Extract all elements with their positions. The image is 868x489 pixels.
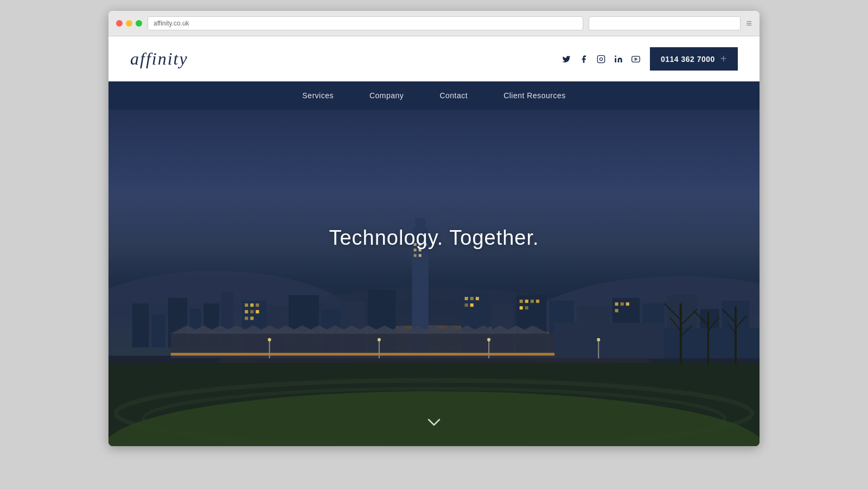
- browser-menu-icon[interactable]: ≡: [746, 18, 752, 29]
- svg-rect-51: [476, 297, 479, 300]
- svg-rect-61: [621, 302, 624, 306]
- svg-rect-49: [465, 297, 468, 300]
- svg-rect-54: [520, 300, 523, 303]
- facebook-icon[interactable]: [578, 54, 589, 65]
- svg-rect-55: [525, 300, 528, 303]
- svg-rect-88: [171, 353, 555, 355]
- svg-rect-32: [250, 303, 253, 307]
- svg-point-101: [378, 338, 381, 341]
- dot-yellow[interactable]: [126, 20, 132, 27]
- svg-point-99: [268, 338, 271, 341]
- svg-rect-24: [419, 254, 422, 257]
- svg-rect-53: [470, 303, 474, 307]
- browser-url-bar[interactable]: affinity.co.uk: [148, 16, 583, 30]
- nav-item-services[interactable]: Services: [298, 82, 338, 109]
- svg-rect-89: [554, 323, 664, 359]
- browser-chrome: affinity.co.uk ≡: [108, 11, 760, 36]
- browser-search-bar[interactable]: [589, 16, 741, 30]
- svg-rect-90: [665, 328, 760, 359]
- site-nav: Services Company Contact Client Resource…: [108, 81, 760, 110]
- nav-item-company[interactable]: Company: [365, 82, 408, 109]
- svg-rect-0: [597, 55, 604, 62]
- svg-rect-37: [245, 316, 248, 320]
- nav-item-client-resources[interactable]: Client Resources: [499, 82, 570, 109]
- instagram-icon[interactable]: [596, 54, 607, 65]
- dot-green[interactable]: [136, 20, 142, 27]
- svg-rect-58: [520, 306, 523, 309]
- svg-rect-33: [256, 303, 259, 307]
- svg-rect-59: [525, 306, 528, 309]
- svg-rect-63: [615, 309, 618, 312]
- svg-rect-8: [132, 303, 149, 347]
- youtube-icon[interactable]: [630, 54, 641, 65]
- svg-rect-23: [414, 254, 417, 257]
- svg-rect-35: [250, 310, 253, 313]
- svg-marker-3: [635, 58, 637, 60]
- svg-rect-57: [536, 300, 539, 303]
- svg-rect-62: [626, 302, 629, 306]
- browser-dots: [116, 20, 142, 27]
- svg-rect-38: [250, 316, 253, 320]
- website-content: affinity: [108, 36, 760, 446]
- phone-plus-icon: +: [720, 53, 727, 65]
- twitter-icon[interactable]: [561, 54, 572, 65]
- svg-point-105: [597, 338, 600, 341]
- nav-item-contact[interactable]: Contact: [435, 82, 472, 109]
- phone-number: 0114 362 7000: [661, 55, 715, 63]
- svg-rect-56: [531, 300, 534, 303]
- site-header: affinity: [108, 36, 760, 81]
- header-right: 0114 362 7000 +: [561, 47, 738, 71]
- browser-window: affinity.co.uk ≡ affinity: [108, 11, 760, 446]
- svg-rect-36: [256, 310, 259, 313]
- hero-section: Technology. Together.: [108, 110, 760, 446]
- svg-rect-34: [245, 310, 248, 313]
- svg-rect-52: [465, 303, 468, 307]
- svg-point-103: [487, 338, 490, 341]
- svg-rect-31: [245, 303, 248, 307]
- dot-red[interactable]: [116, 20, 123, 27]
- svg-rect-9: [151, 314, 165, 347]
- svg-rect-50: [470, 297, 474, 300]
- phone-button[interactable]: 0114 362 7000 +: [650, 47, 738, 71]
- social-icons: [561, 54, 641, 65]
- linkedin-icon[interactable]: [613, 54, 624, 65]
- svg-rect-60: [615, 302, 618, 306]
- site-logo[interactable]: affinity: [130, 49, 188, 69]
- hero-scroll-arrow[interactable]: [426, 416, 442, 431]
- hero-headline: Technology. Together.: [329, 226, 539, 249]
- svg-point-2: [615, 55, 616, 57]
